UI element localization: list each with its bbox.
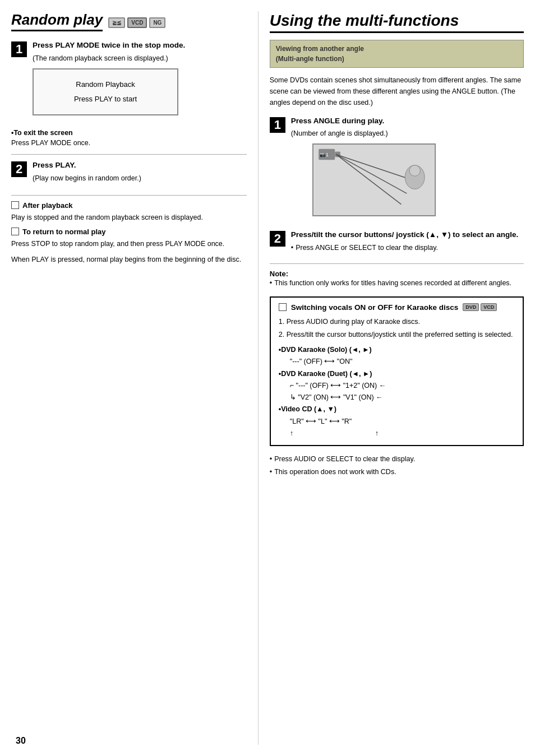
angle-image-box: 📷1	[312, 143, 436, 216]
karaoke-item-1: Press AUDIO during play of Karaoke discs…	[287, 316, 515, 328]
right-step1-content: Press ANGLE during play. (Number of angl…	[291, 116, 524, 222]
right-column: Using the multi-functions Viewing from a…	[259, 11, 524, 745]
note-section: Note: • This function only works for tit…	[270, 270, 524, 289]
right-step2-heading: Press/tilt the cursor buttons/ joystick …	[291, 230, 524, 240]
after-playback-heading: After playback	[11, 201, 247, 210]
karaoke-heading: Switching vocals ON or OFF for Karaoke d…	[279, 303, 515, 312]
svg-point-8	[409, 165, 420, 176]
right-step2-content: Press/tilt the cursor buttons/ joystick …	[291, 230, 524, 256]
left-section-title: Random play	[11, 11, 103, 31]
vcd-heading: •Video CD (▲, ▼)	[279, 403, 515, 415]
karaoke-list: Press AUDIO during play of Karaoke discs…	[279, 316, 515, 440]
screen-line2: Press PLAY to start	[45, 92, 166, 106]
divider2	[11, 195, 247, 196]
footer-text1: Press AUDIO or SELECT to clear the displ…	[274, 454, 415, 465]
step1-content: Press PLAY MODE twice in the stop mode. …	[33, 40, 247, 120]
after-playback-text: Play is stopped and the random playback …	[11, 212, 247, 223]
return-normal-heading: To return to normal play	[11, 228, 247, 236]
karaoke-badge-dvd: DVD	[463, 303, 479, 311]
right-step2-block: 2 Press/tilt the cursor buttons/ joystic…	[270, 230, 524, 256]
karaoke-settings: •DVD Karaoke (Solo) (◄, ►) "---" (OFF) ⟷…	[279, 344, 515, 439]
vcd-sub: "LR" ⟷ "L" ⟷ "R"	[290, 416, 515, 428]
return-icon	[11, 228, 19, 235]
svg-text:📷1: 📷1	[320, 152, 329, 159]
footer-text2: This operation does not work with CDs.	[274, 467, 396, 477]
exit-note-text: Press PLAY MODE once.	[11, 139, 90, 147]
note-bullet: • This function only works for titles ha…	[270, 278, 524, 289]
step1-block: 1 Press PLAY MODE twice in the stop mode…	[11, 40, 247, 120]
step2-sub: (Play now begins in random order.)	[33, 173, 247, 184]
karaoke-badge-vcd: VCD	[481, 303, 497, 311]
right-step1-number: 1	[270, 117, 285, 133]
vcd-arrows: ↑ ↑	[290, 428, 515, 439]
karaoke-icon	[279, 303, 287, 311]
divider1	[11, 154, 247, 155]
left-title-row: Random play ≧≦ VCD NG	[11, 11, 247, 31]
badge-svcd: ≧≦	[108, 17, 125, 28]
duet-heading: •DVD Karaoke (Duet) (◄, ►)	[279, 368, 515, 380]
highlight-line2: (Multi-angle function)	[276, 54, 518, 64]
karaoke-item-2: Press/tilt the cursor buttons/joystick u…	[287, 329, 515, 341]
right-divider1	[270, 263, 524, 264]
step1-sub: (The random playback screen is displayed…	[33, 53, 247, 64]
screen-line1: Random Playback	[45, 77, 166, 92]
right-step1-heading: Press ANGLE during play.	[291, 116, 524, 127]
duet-sub1: ⌐ "---" (OFF) ⟷ "1+2" (ON) ←	[290, 380, 515, 392]
highlight-line1: Viewing from another angle	[276, 44, 518, 54]
step2-number: 2	[11, 161, 27, 177]
playback-screen-box: Random Playback Press PLAY to start	[33, 68, 178, 115]
duet-sub2: ↳ "V2" (ON) ⟷ "V1" (ON) ←	[290, 392, 515, 403]
page-number: 30	[16, 736, 26, 746]
right-step2-number: 2	[270, 231, 285, 247]
right-step2-bullet: • Press ANGLE or SELECT to clear the dis…	[291, 243, 524, 253]
badge-vcd: VCD	[127, 17, 147, 28]
karaoke-heading-text: Switching vocals ON or OFF for Karaoke d…	[291, 303, 459, 312]
right-section-title: Using the multi-functions	[270, 11, 524, 33]
left-column: Random play ≧≦ VCD NG 1 Press PLAY MODE …	[11, 11, 259, 745]
right-step1-block: 1 Press ANGLE during play. (Number of an…	[270, 116, 524, 222]
step2-heading: Press PLAY.	[33, 160, 247, 171]
exit-note: •To exit the screen Press PLAY MODE once…	[11, 128, 247, 149]
solo-sub: "---" (OFF) ⟷ "ON"	[290, 356, 515, 368]
solo-heading: •DVD Karaoke (Solo) (◄, ►)	[279, 344, 515, 356]
angle-illustration: 📷1	[313, 145, 435, 215]
karaoke-box: Switching vocals ON or OFF for Karaoke d…	[270, 296, 524, 447]
right-step1-sub: (Number of angle is displayed.)	[291, 128, 524, 139]
left-badge-group: ≧≦ VCD NG	[108, 17, 165, 28]
karaoke-ordered-list: Press AUDIO during play of Karaoke discs…	[279, 316, 515, 341]
footer-bullet1: • Press AUDIO or SELECT to clear the dis…	[270, 454, 524, 465]
right-step2-bullet-text: Press ANGLE or SELECT to clear the displ…	[296, 243, 438, 253]
step2-block: 2 Press PLAY. (Play now begins in random…	[11, 160, 247, 187]
intro-text: Some DVDs contain scenes shot simultaneo…	[270, 75, 524, 108]
step1-number: 1	[11, 41, 27, 57]
exit-note-heading: •To exit the screen	[11, 129, 73, 137]
step2-content: Press PLAY. (Play now begins in random o…	[33, 160, 247, 187]
return-text2: When PLAY is pressed, normal play begins…	[11, 254, 247, 265]
highlight-box: Viewing from another angle (Multi-angle …	[270, 40, 524, 68]
return-text1: Press STOP to stop random play, and then…	[11, 238, 247, 249]
badge-ng: NG	[149, 17, 165, 28]
note-label: Note:	[270, 270, 524, 278]
note-text: This function only works for titles havi…	[274, 278, 511, 289]
footer-bullet2: • This operation does not work with CDs.	[270, 467, 524, 477]
karaoke-badges: DVD VCD	[463, 303, 497, 311]
step1-heading: Press PLAY MODE twice in the stop mode.	[33, 40, 247, 51]
after-icon	[11, 201, 19, 209]
